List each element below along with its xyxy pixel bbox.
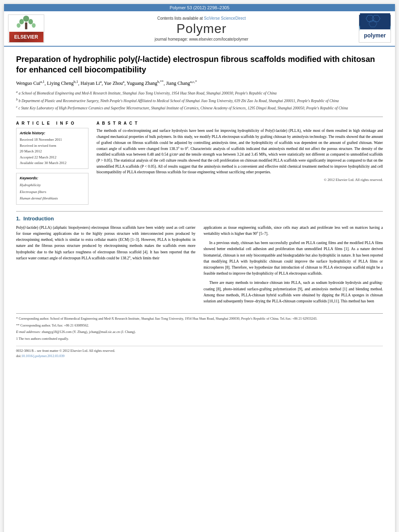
footnotes: * Corresponding author. School of Biomed…	[16, 313, 383, 341]
sciverse-text: Contents lists available at SciVerse Sci…	[157, 16, 246, 21]
footnote-corresponding2: ** Corresponding author. Tel./fax: +86 2…	[16, 323, 383, 329]
footnote-corresponding1: * Corresponding author. School of Biomed…	[16, 316, 383, 322]
online-date: Available online 30 March 2012	[20, 160, 85, 166]
footnote-equal: 1 The two authors contributed equally.	[16, 336, 383, 342]
keywords-title: Keywords:	[20, 176, 85, 180]
journal-title: Polymer	[177, 21, 226, 36]
intro-para-1: Poly(l-lactide) (PLLA) (aliphatic biopol…	[16, 225, 195, 261]
section-title: 1. Introduction	[16, 216, 383, 222]
issn-line: 0032-3861/$ – see front matter © 2012 El…	[16, 348, 383, 354]
abstract-header: A B S T R A C T	[97, 121, 383, 125]
polymer-journal-logo: polymer	[360, 13, 390, 41]
affiliations: a a School of Biomedical Engineering and…	[16, 90, 383, 111]
svg-point-3	[29, 19, 33, 24]
abstract-text: The methods of co-electrospinning and su…	[97, 128, 383, 175]
doi-line: doi:10.1016/j.polymer.2012.03.039	[16, 353, 383, 359]
intro-right-col: applications as tissue engineering scaff…	[204, 225, 383, 308]
elsevier-label: ELSEVIER	[14, 34, 38, 40]
article-history-title: Article history:	[20, 131, 85, 135]
sciverse-link[interactable]: SciVerse ScienceDirect	[204, 16, 246, 21]
received-date: Received 18 November 2011	[20, 137, 85, 142]
doi-link[interactable]: 10.1016/j.polymer.2012.03.039	[21, 354, 64, 358]
journal-homepage: journal homepage: www.elsevier.com/locat…	[155, 37, 249, 41]
svg-point-2	[19, 19, 24, 24]
intro-two-col: Poly(l-lactide) (PLLA) (aliphatic biopol…	[16, 225, 383, 308]
journal-center: Contents lists available at SciVerse Sci…	[48, 16, 355, 41]
svg-text:polymer: polymer	[364, 32, 386, 39]
svg-point-5	[32, 23, 35, 28]
keywords-box: Keywords: Hydrophilicity Electrospun fib…	[16, 173, 88, 205]
banner-text: Polymer 53 (2012) 2298–2305	[170, 5, 230, 10]
journal-logo-left: ELSEVIER	[8, 14, 44, 43]
copyright-notice: © 2012 Elsevier Ltd. All rights reserved…	[97, 178, 383, 182]
page: Polymer 53 (2012) 2298–2305 ELSEVIER Con…	[4, 4, 395, 532]
right-column: A B S T R A C T The methods of co-electr…	[97, 121, 383, 205]
affil-a: a School of Biomedical Engineering and M…	[19, 91, 276, 95]
affil-b: b Department of Plastic and Reconstructi…	[19, 99, 339, 103]
article-title: Preparation of hydrophilic poly(l-lactid…	[16, 54, 383, 75]
section-number: 1.	[16, 216, 21, 222]
intro-para-2: applications as tissue engineering scaff…	[204, 225, 383, 304]
authors-line: Wenguo Cuia,1, Liying Chengb,1, Haiyan L…	[16, 79, 383, 87]
keyword-2: Electrospun fibers	[20, 189, 85, 195]
revised-label: Received in revised form	[20, 143, 85, 148]
intro-left-col: Poly(l-lactide) (PLLA) (aliphatic biopol…	[16, 225, 195, 308]
svg-point-1	[23, 16, 29, 22]
keyword-1: Hydrophilicity	[20, 182, 85, 188]
two-col-layout: A R T I C L E I N F O Article history: R…	[16, 117, 383, 205]
article-info-header: A R T I C L E I N F O	[16, 121, 88, 125]
article-info-box: Article history: Received 18 November 20…	[16, 128, 88, 169]
article-content: Preparation of hydrophilic poly(l-lactid…	[4, 47, 395, 367]
affil-c: c State Key Laboratory of High Performan…	[19, 106, 348, 110]
top-banner: Polymer 53 (2012) 2298–2305	[4, 4, 395, 11]
introduction-section: 1. Introduction Poly(l-lactide) (PLLA) (…	[16, 211, 383, 308]
section-name: Introduction	[23, 216, 54, 222]
elsevier-logo: ELSEVIER	[9, 32, 43, 42]
keyword-3: Human dermal fibroblasts	[20, 195, 85, 201]
journal-logo-right: polymer	[359, 14, 391, 43]
revised-date: 20 March 2012	[20, 148, 85, 154]
elsevier-tree-logo	[14, 15, 38, 30]
footnote-emails: E-mail addresses: zhangyg18@126.com (Y. …	[16, 329, 383, 335]
left-column: A R T I C L E I N F O Article history: R…	[16, 121, 88, 205]
accepted-date: Accepted 22 March 2012	[20, 154, 85, 160]
bottom-bar: 0032-3861/$ – see front matter © 2012 El…	[16, 346, 383, 359]
svg-point-4	[16, 23, 20, 28]
journal-header: ELSEVIER Contents lists available at Sci…	[4, 11, 395, 47]
svg-rect-6	[25, 23, 27, 29]
